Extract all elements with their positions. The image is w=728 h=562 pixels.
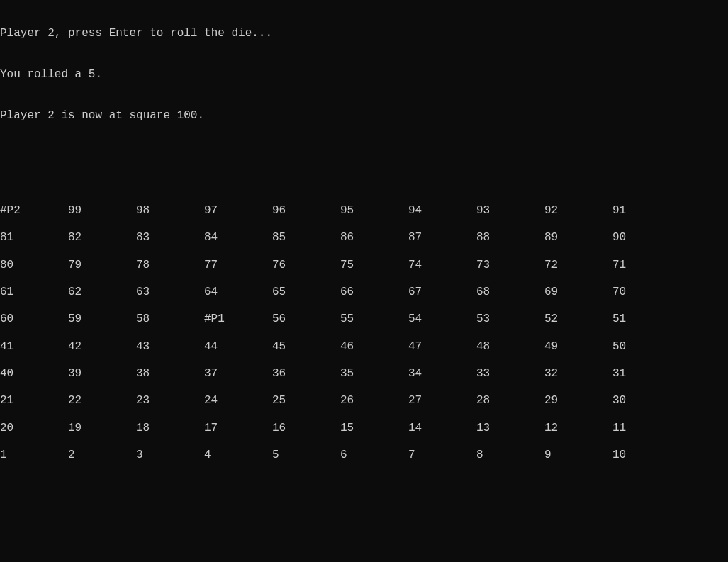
- board-cell: 48: [476, 340, 544, 354]
- board-cell: 54: [408, 313, 476, 326]
- board-cell: 5: [272, 449, 340, 462]
- blank-line: [0, 150, 728, 163]
- board-cell: 76: [272, 259, 340, 272]
- board-cell: 49: [544, 340, 612, 354]
- board-cell: 26: [340, 394, 408, 408]
- blank-line: [0, 544, 728, 558]
- blank-line: [0, 503, 728, 517]
- terminal-output[interactable]: Player 2, press Enter to roll the die...…: [0, 0, 728, 562]
- board-row: 40393837363534333231: [0, 367, 728, 381]
- board-cell: 36: [272, 367, 340, 381]
- board-cell: 30: [612, 394, 681, 408]
- board-cell: 78: [136, 259, 204, 272]
- board-cell: 9: [544, 449, 612, 462]
- board-row: #P2999897969594939291: [0, 204, 728, 218]
- board-cell: 90: [612, 231, 681, 245]
- board-row: 21222324252627282930: [0, 394, 728, 408]
- board-cell: 8: [476, 449, 544, 462]
- board-cell: 62: [68, 286, 136, 299]
- board-cell: 74: [408, 259, 476, 272]
- board-cell: 66: [340, 286, 408, 299]
- board-cell: 1: [0, 449, 68, 462]
- board-cell: 91: [612, 204, 681, 218]
- board-cell: 23: [136, 394, 204, 408]
- board-row: 41424344454647484950: [0, 340, 728, 354]
- board-cell: 89: [544, 231, 612, 245]
- board-cell: 69: [544, 286, 612, 299]
- board-cell: 77: [204, 259, 272, 272]
- board-cell: 79: [68, 259, 136, 272]
- board-cell: 29: [544, 394, 612, 408]
- game-board: #P29998979695949392918182838485868788899…: [0, 204, 728, 463]
- position-line: Player 2 is now at square 100.: [0, 109, 728, 123]
- board-cell: 68: [476, 286, 544, 299]
- board-cell: 84: [204, 231, 272, 245]
- board-cell: 82: [68, 231, 136, 245]
- board-cell: 6: [340, 449, 408, 462]
- board-cell: 97: [204, 204, 272, 218]
- board-cell: 11: [612, 422, 681, 435]
- board-row: 61626364656667686970: [0, 286, 728, 299]
- board-cell: 67: [408, 286, 476, 299]
- board-cell: 24: [204, 394, 272, 408]
- board-cell: 18: [136, 422, 204, 435]
- board-cell: 13: [476, 422, 544, 435]
- board-cell: 28: [476, 394, 544, 408]
- board-row: 80797877767574737271: [0, 259, 728, 272]
- board-cell: 20: [0, 422, 68, 435]
- board-cell: 85: [272, 231, 340, 245]
- board-cell: 3: [136, 449, 204, 462]
- board-cell: 73: [476, 259, 544, 272]
- board-cell: 46: [340, 340, 408, 354]
- board-cell: 72: [544, 259, 612, 272]
- board-cell: 41: [0, 340, 68, 354]
- board-cell: 34: [408, 367, 476, 381]
- board-cell: 10: [612, 449, 681, 462]
- board-cell: 43: [136, 340, 204, 354]
- player-marker: #P1: [204, 313, 272, 326]
- board-cell: 80: [0, 259, 68, 272]
- roll-result-line: You rolled a 5.: [0, 68, 728, 82]
- board-cell: 64: [204, 286, 272, 299]
- board-cell: 65: [272, 286, 340, 299]
- board-row: 81828384858687888990: [0, 231, 728, 245]
- board-cell: 92: [544, 204, 612, 218]
- board-cell: 32: [544, 367, 612, 381]
- board-cell: 16: [272, 422, 340, 435]
- player-marker: #P2: [0, 204, 68, 218]
- board-cell: 88: [476, 231, 544, 245]
- board-cell: 75: [340, 259, 408, 272]
- board-cell: 35: [340, 367, 408, 381]
- board-cell: 17: [204, 422, 272, 435]
- board-cell: 86: [340, 231, 408, 245]
- board-cell: 93: [476, 204, 544, 218]
- board-cell: 53: [476, 313, 544, 326]
- board-cell: 37: [204, 367, 272, 381]
- board-cell: 50: [612, 340, 681, 354]
- board-cell: 38: [136, 367, 204, 381]
- board-cell: 87: [408, 231, 476, 245]
- board-cell: 61: [0, 286, 68, 299]
- board-cell: 58: [136, 313, 204, 326]
- board-cell: 31: [612, 367, 681, 381]
- board-cell: 45: [272, 340, 340, 354]
- board-cell: 42: [68, 340, 136, 354]
- board-cell: 99: [68, 204, 136, 218]
- board-cell: 70: [612, 286, 681, 299]
- board-cell: 27: [408, 394, 476, 408]
- board-row: 12345678910: [0, 449, 728, 462]
- board-cell: 44: [204, 340, 272, 354]
- board-cell: 71: [612, 259, 681, 272]
- board-cell: 56: [272, 313, 340, 326]
- board-cell: 14: [408, 422, 476, 435]
- board-cell: 81: [0, 231, 68, 245]
- board-cell: 39: [68, 367, 136, 381]
- board-cell: 25: [272, 394, 340, 408]
- board-cell: 22: [68, 394, 136, 408]
- board-cell: 83: [136, 231, 204, 245]
- board-cell: 96: [272, 204, 340, 218]
- board-cell: 15: [340, 422, 408, 435]
- board-cell: 94: [408, 204, 476, 218]
- board-cell: 52: [544, 313, 612, 326]
- board-cell: 4: [204, 449, 272, 462]
